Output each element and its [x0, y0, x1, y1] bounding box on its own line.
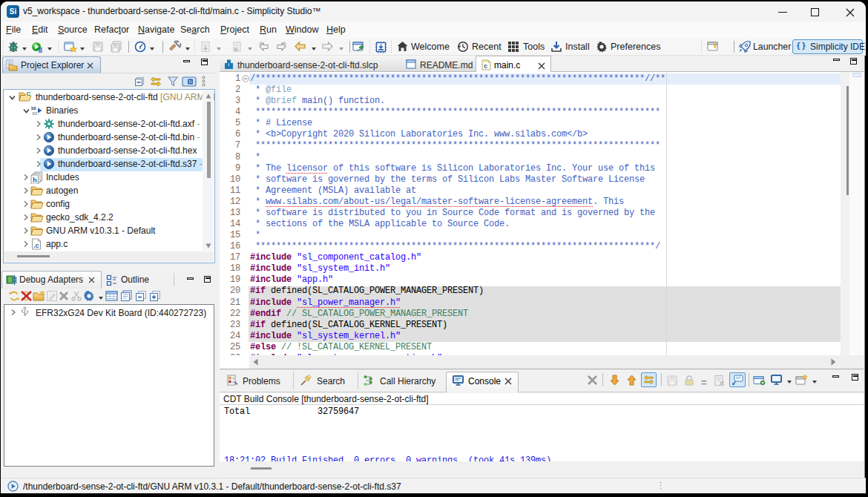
svg-text:Si: Si — [188, 79, 192, 84]
svg-text:c: c — [484, 62, 487, 70]
svg-text:h: h — [33, 176, 37, 184]
svg-text:C: C — [27, 90, 31, 97]
svg-text:01: 01 — [33, 111, 38, 116]
svg-text:.c: .c — [33, 242, 39, 249]
